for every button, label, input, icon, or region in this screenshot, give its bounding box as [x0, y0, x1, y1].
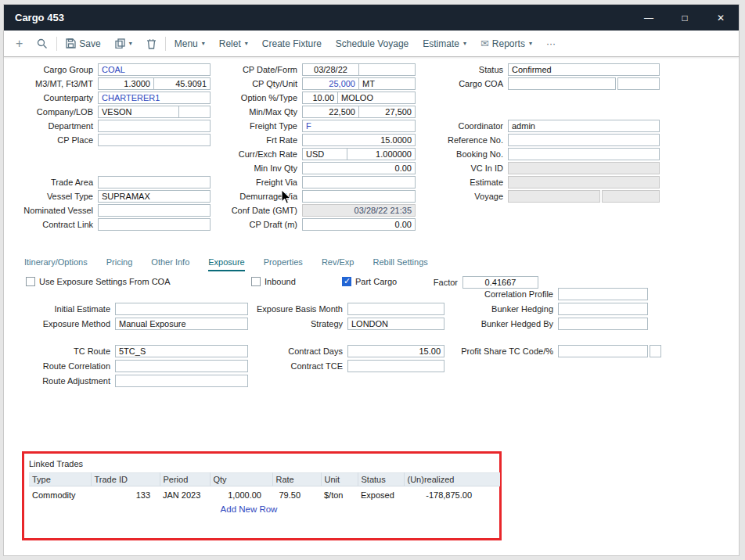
- trade-area-field[interactable]: [98, 176, 211, 188]
- factor-field[interactable]: 0.41667: [462, 276, 538, 289]
- bunker-hedging-field[interactable]: [558, 303, 648, 315]
- profit-share-code-field[interactable]: [558, 345, 648, 357]
- chevron-down-icon: ▾: [202, 40, 205, 47]
- copy-button[interactable]: ▾: [108, 31, 139, 56]
- delete-button[interactable]: [139, 31, 164, 56]
- tab-exposure[interactable]: Exposure: [208, 257, 244, 271]
- cargo-coa-field-2[interactable]: [617, 77, 660, 90]
- contract-link-field[interactable]: [98, 218, 211, 231]
- cargo-group-row: Cargo Group COAL: [5, 63, 211, 76]
- cp-place-field[interactable]: [98, 134, 211, 146]
- column-header-unrealized[interactable]: (Un)realized: [404, 473, 500, 486]
- exposure-method-field[interactable]: Manual Exposure: [115, 318, 248, 330]
- reference-no-field[interactable]: [508, 134, 660, 146]
- linked-trades-section: Linked Trades Type Trade ID Period Qty R…: [29, 459, 500, 514]
- trade-qty-link[interactable]: 1,000.00: [210, 486, 272, 502]
- tab-rev-exp[interactable]: Rev/Exp: [322, 257, 355, 271]
- cargo-group-field[interactable]: COAL: [98, 63, 211, 76]
- ft3mt-field[interactable]: 45.9091: [153, 77, 211, 90]
- cp-qty-field[interactable]: 25,000: [302, 77, 359, 90]
- overflow-button[interactable]: ···: [539, 31, 563, 56]
- create-fixture-button[interactable]: Create Fixture: [255, 31, 329, 56]
- min-inv-qty-field[interactable]: 0.00: [302, 162, 416, 174]
- toolbar-divider: [56, 37, 57, 51]
- m3mt-field[interactable]: 1.3000: [98, 77, 154, 90]
- demurrage-via-field[interactable]: [302, 190, 416, 203]
- tc-route-row: TC Route 5TC_S: [5, 345, 248, 357]
- department-field[interactable]: [98, 120, 211, 132]
- status-field[interactable]: Confirmed: [508, 63, 660, 76]
- trade-type-cell: Commodity: [29, 486, 91, 502]
- nominated-vessel-field[interactable]: [98, 204, 211, 217]
- bunker-hedged-by-field[interactable]: [558, 318, 648, 330]
- tab-itinerary-options[interactable]: Itinerary/Options: [24, 257, 88, 271]
- correlation-profile-field[interactable]: [558, 288, 648, 300]
- frt-rate-field[interactable]: 15.0000: [302, 134, 416, 146]
- cargo-coa-field[interactable]: [508, 77, 616, 90]
- add-new-row-link[interactable]: Add New Row: [29, 504, 500, 514]
- column-header-type[interactable]: Type: [29, 473, 91, 486]
- part-cargo-checkbox[interactable]: Part Cargo: [342, 276, 397, 287]
- route-adjustment-field[interactable]: [115, 375, 248, 387]
- initial-estimate-field[interactable]: [115, 303, 248, 315]
- profit-share-pct-field[interactable]: [650, 345, 661, 357]
- max-qty-field[interactable]: 27,500: [358, 106, 416, 118]
- column-header-qty[interactable]: Qty: [210, 473, 272, 486]
- min-qty-field[interactable]: 22,500: [302, 106, 359, 118]
- counterparty-field[interactable]: CHARTERER1: [98, 92, 211, 104]
- column-header-trade-id[interactable]: Trade ID: [91, 473, 160, 486]
- cp-qty-unit-label: CP Qty/Unit: [211, 79, 302, 88]
- maximize-icon[interactable]: □: [667, 13, 703, 23]
- cp-unit-field[interactable]: MT: [358, 77, 416, 90]
- reports-button[interactable]: ✉Reports▾: [473, 31, 539, 56]
- minimize-icon[interactable]: —: [631, 13, 667, 23]
- cp-date-field[interactable]: 03/28/22: [302, 63, 359, 76]
- contract-tce-field[interactable]: [347, 360, 444, 372]
- tab-other-info[interactable]: Other Info: [151, 257, 189, 271]
- search-button[interactable]: [30, 31, 55, 56]
- column-header-rate[interactable]: Rate: [272, 473, 321, 486]
- tc-route-field[interactable]: 5TC_S: [115, 345, 248, 357]
- route-correlation-row: Route Correlation: [5, 360, 248, 372]
- schedule-voyage-button[interactable]: Schedule Voyage: [329, 31, 416, 56]
- option-pct-field[interactable]: 10.00: [302, 92, 338, 104]
- inbound-checkbox[interactable]: Inbound: [251, 276, 296, 287]
- cp-form-field[interactable]: [358, 63, 416, 76]
- company-field[interactable]: VESON: [98, 106, 179, 118]
- menu-button[interactable]: Menu▾: [167, 31, 212, 56]
- option-type-field[interactable]: MOLOO: [337, 92, 416, 104]
- currency-field[interactable]: USD: [302, 148, 347, 160]
- column-header-period[interactable]: Period: [160, 473, 210, 486]
- table-row[interactable]: Commodity 133 JAN 2023 1,000.00 79.50 $/…: [29, 486, 500, 502]
- exposure-col-a2: TC Route 5TC_S Route Correlation Route A…: [5, 345, 248, 389]
- use-exposure-settings-checkbox[interactable]: Use Exposure Settings From COA: [26, 276, 171, 287]
- cp-qty-unit-row: CP Qty/Unit 25,000 MT: [211, 77, 416, 90]
- cargo-coa-label: Cargo COA: [416, 79, 508, 88]
- company-lob-label: Company/LOB: [5, 107, 98, 117]
- frt-rate-label: Frt Rate: [211, 135, 302, 145]
- relet-button[interactable]: Relet▾: [212, 31, 255, 56]
- freight-type-field[interactable]: F: [302, 120, 416, 132]
- tab-properties[interactable]: Properties: [264, 257, 303, 271]
- cp-draft-field[interactable]: 0.00: [302, 218, 416, 231]
- lob-field[interactable]: [178, 106, 211, 118]
- vessel-type-field[interactable]: SUPRAMAX: [98, 190, 211, 203]
- tab-rebill-settings[interactable]: Rebill Settings: [372, 257, 427, 271]
- column-header-status[interactable]: Status: [358, 473, 404, 486]
- column-header-unit[interactable]: Unit: [321, 473, 358, 486]
- nominated-vessel-row: Nominated Vessel: [5, 204, 211, 217]
- estimate-button[interactable]: Estimate▾: [416, 31, 473, 56]
- freight-via-field[interactable]: [302, 176, 416, 188]
- exch-rate-field[interactable]: 1.000000: [347, 148, 416, 160]
- save-button[interactable]: Save: [59, 31, 107, 56]
- envelope-icon: ✉: [480, 38, 489, 48]
- department-label: Department: [5, 121, 98, 131]
- voyage-label: Voyage: [416, 192, 508, 201]
- checkbox-checked-icon: [342, 277, 351, 286]
- booking-no-field[interactable]: [508, 148, 660, 160]
- route-correlation-field[interactable]: [115, 360, 248, 372]
- add-button[interactable]: +: [9, 31, 30, 56]
- close-icon[interactable]: ✕: [703, 13, 739, 23]
- tab-pricing[interactable]: Pricing: [106, 257, 133, 271]
- coordinator-field[interactable]: admin: [508, 120, 660, 132]
